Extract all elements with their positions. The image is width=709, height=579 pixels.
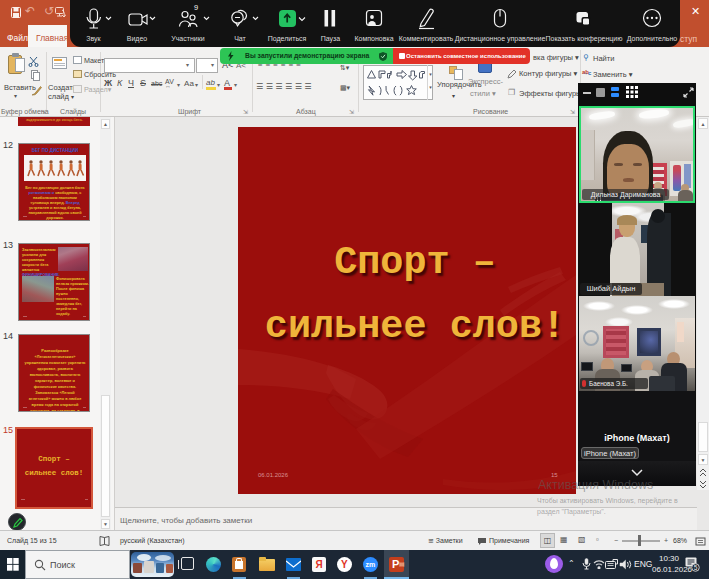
svg-text:5: 5 — [694, 564, 698, 571]
